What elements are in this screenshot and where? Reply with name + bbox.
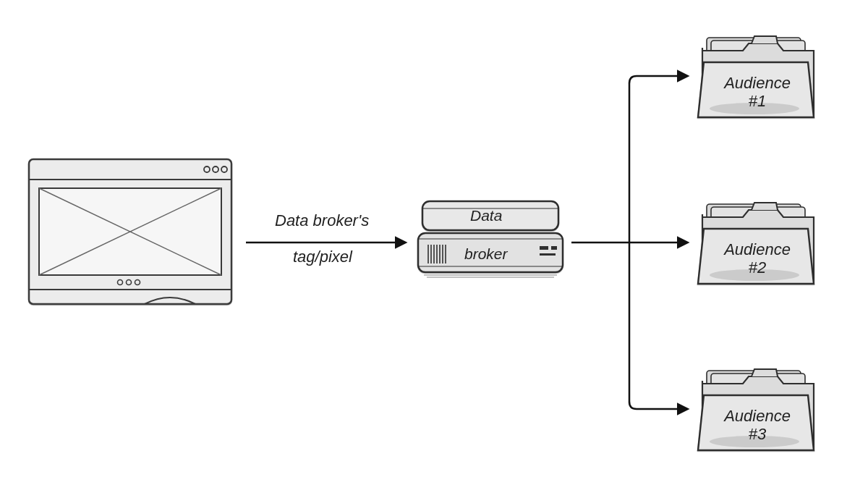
folder-2-label-line2: #2 — [749, 258, 766, 277]
folder-1-label-line1: Audience — [724, 74, 791, 92]
folder-3-label: Audience #3 — [707, 407, 808, 444]
folder-2-label: Audience #2 — [707, 240, 808, 277]
arrow-server-to-folders — [571, 76, 687, 409]
arrow-label-line2: tag/pixel — [293, 246, 352, 269]
folder-1-label-line2: #1 — [749, 92, 766, 110]
svg-rect-26 — [551, 246, 557, 250]
arrow-label-line1: Data broker's — [275, 210, 369, 232]
svg-rect-25 — [540, 246, 548, 250]
folder-3-label-line2: #3 — [749, 425, 766, 443]
svg-rect-27 — [540, 253, 556, 256]
server-label-top: Data — [470, 205, 502, 226]
server-label-bottom: broker — [464, 243, 508, 264]
folder-1-label: Audience #1 — [707, 74, 808, 111]
diagram-canvas: Data broker's tag/pixel Data broker Audi… — [0, 0, 868, 485]
browser-window-icon — [29, 159, 231, 304]
folder-2-label-line1: Audience — [724, 240, 791, 258]
folder-3-label-line1: Audience — [724, 407, 791, 425]
